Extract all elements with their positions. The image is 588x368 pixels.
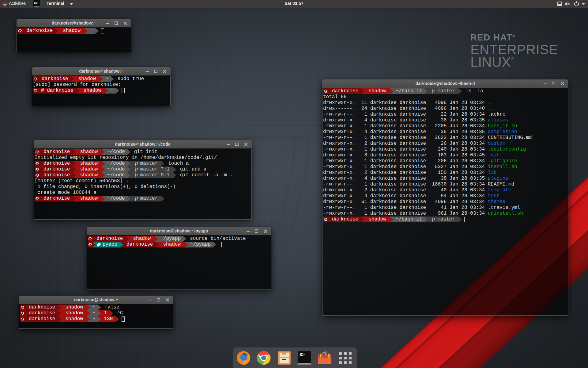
svg-text:$>: $> bbox=[300, 352, 305, 357]
